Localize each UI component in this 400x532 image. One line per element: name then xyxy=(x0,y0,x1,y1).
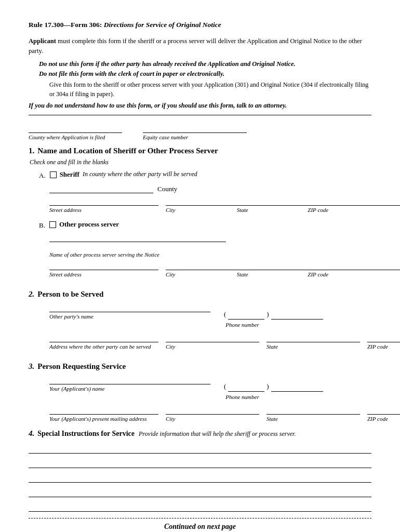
county-label: County where Application is filed xyxy=(29,134,122,140)
s3-zip-input[interactable] xyxy=(367,405,400,415)
section1-header: 1. Name and Location of Sheriff or Other… xyxy=(29,141,371,157)
s3-zip-block: ZIP code xyxy=(367,405,400,422)
s2-state-input[interactable] xyxy=(266,333,360,342)
instruction-line-3[interactable] xyxy=(29,471,371,483)
section2-phone-block: ( ) xyxy=(224,303,325,320)
s3-zip-label: ZIP code xyxy=(367,416,400,422)
page-title: Rule 17.300—Form 306: Directions for Ser… xyxy=(29,21,371,29)
instruction-line-2[interactable] xyxy=(29,457,371,468)
checkbox-other-server[interactable] xyxy=(49,221,56,228)
other-party-name-input[interactable] xyxy=(49,303,210,312)
intro-paragraph: Applicant must complete this form if the… xyxy=(29,36,371,56)
sheriff-street-input[interactable] xyxy=(49,196,158,206)
s3-address-input[interactable] xyxy=(49,405,158,415)
section1-sub: Check one and fill in the blanks xyxy=(30,158,371,166)
other-server-address-row: Street address City State ZIP code xyxy=(49,261,371,277)
other-server-name-label: Name of other process server serving the… xyxy=(49,251,159,258)
other-street-input[interactable] xyxy=(49,261,158,270)
sheriff-county-row: County xyxy=(49,184,371,193)
s3-address-block: Your (Applicant's) present mailing addre… xyxy=(49,405,158,422)
section2-title: Person to be Served xyxy=(37,290,103,299)
instruction-line-5[interactable] xyxy=(29,500,371,512)
sheriff-city-block: City xyxy=(166,196,230,213)
other-street-label: Street address xyxy=(49,271,158,277)
equity-input[interactable] xyxy=(143,124,247,133)
applicant-text: must complete this form if the sheriff o… xyxy=(29,37,362,55)
sheriff-zip-input[interactable] xyxy=(308,196,400,206)
phone-open-paren: ( xyxy=(224,310,226,318)
continued-text: Continued on next page xyxy=(29,523,371,531)
county-text: County xyxy=(157,185,177,193)
equity-label: Equity case number xyxy=(143,134,247,140)
sheriff-zip-block: ZIP code xyxy=(308,196,371,213)
sheriff-street-block: Street address xyxy=(49,196,158,213)
s2-zip-label: ZIP code xyxy=(367,343,400,350)
section2-name-phone-row: Other party's name ( ) xyxy=(49,303,371,320)
s3-state-block: State xyxy=(266,405,360,422)
other-city-label: City xyxy=(166,271,230,277)
section2-phone-label-row: Phone number xyxy=(49,321,371,329)
s3-city-label: City xyxy=(166,416,259,422)
warning2: Do not file this form with the clerk of … xyxy=(39,70,371,78)
section3-phone-label-row: Phone number xyxy=(49,393,371,401)
county-field-block: County where Application is filed xyxy=(29,124,122,140)
special-instructions-lines xyxy=(29,442,371,512)
s3-phone-area-input[interactable] xyxy=(228,382,264,392)
s2-address-label: Address where the other party can be ser… xyxy=(49,343,158,350)
s2-address-block: Address where the other party can be ser… xyxy=(49,333,158,350)
other-party-name-block: Other party's name xyxy=(49,303,210,320)
sheriff-state-label: State xyxy=(237,207,301,213)
applicant-name-input[interactable] xyxy=(49,375,210,384)
section1-title: Name and Location of Sheriff or Other Pr… xyxy=(37,147,218,155)
s2-state-label: State xyxy=(266,343,360,350)
instruction-line-1[interactable] xyxy=(29,442,371,454)
item-b-row: B. Other process server xyxy=(39,220,371,230)
section3-name-phone-row: Your (Applicant's) name ( ) xyxy=(49,375,371,392)
s2-address-input[interactable] xyxy=(49,333,158,342)
item-a-row: A. Sheriff In county where the other par… xyxy=(39,170,371,180)
section3-address-row: Your (Applicant's) present mailing addre… xyxy=(49,405,371,422)
section2-phone-area-input[interactable] xyxy=(228,310,264,320)
sheriff-street-label: Street address xyxy=(49,207,158,213)
s3-city-input[interactable] xyxy=(166,405,259,415)
other-server-name-input[interactable] xyxy=(49,233,226,242)
s3-state-input[interactable] xyxy=(266,405,360,415)
section3-number: 3. xyxy=(29,362,34,371)
s2-city-input[interactable] xyxy=(166,333,259,342)
s3-state-label: State xyxy=(266,416,360,422)
s3-phone-number-input[interactable] xyxy=(271,382,323,392)
other-party-name-label: Other party's name xyxy=(49,313,210,320)
section4-header: 4. Special Instructions for Service Prov… xyxy=(29,429,371,438)
s3-phone-close: ) xyxy=(266,382,269,391)
s2-zip-input[interactable] xyxy=(367,333,400,342)
section2: 2. Person to be Served Other party's nam… xyxy=(29,285,371,350)
sheriff-city-label: City xyxy=(166,207,230,213)
county-input[interactable] xyxy=(29,124,122,133)
other-zip-block: ZIP code xyxy=(308,261,371,277)
sheriff-state-block: State xyxy=(237,196,301,213)
other-street-block: Street address xyxy=(49,261,158,277)
section3-header: 3. Person Requesting Service xyxy=(29,357,371,373)
give-text: Give this form to the sheriff or other p… xyxy=(49,80,371,99)
section2-phone-number-input[interactable] xyxy=(271,310,323,320)
section2-address-row: Address where the other party can be ser… xyxy=(49,333,371,350)
section4-desc: Provide information that will help the s… xyxy=(139,430,296,438)
sheriff-county-input[interactable] xyxy=(49,184,153,193)
section2-phone-label: Phone number xyxy=(225,322,259,328)
s3-phone-open: ( xyxy=(224,382,226,391)
phone-close-paren: ) xyxy=(266,310,269,318)
checkbox-sheriff[interactable] xyxy=(50,171,57,178)
section4-number: 4. xyxy=(29,429,34,438)
sheriff-address-row: Street address City State ZIP code xyxy=(49,196,371,213)
section4-title: Special Instructions for Service xyxy=(37,430,135,438)
description-text: Directions for Service of Original Notic… xyxy=(104,21,221,29)
instruction-line-4[interactable] xyxy=(29,486,371,497)
other-zip-input[interactable] xyxy=(308,261,400,270)
attorney-warning: If you do not understand how to use this… xyxy=(29,102,371,110)
s3-address-label: Your (Applicant's) present mailing addre… xyxy=(49,416,158,422)
other-state-label: State xyxy=(237,271,301,277)
s2-city-label: City xyxy=(166,343,259,350)
s3-city-block: City xyxy=(166,405,259,422)
other-server-name-row: Name of other process server serving the… xyxy=(49,233,371,259)
county-equity-row: County where Application is filed Equity… xyxy=(29,124,371,140)
